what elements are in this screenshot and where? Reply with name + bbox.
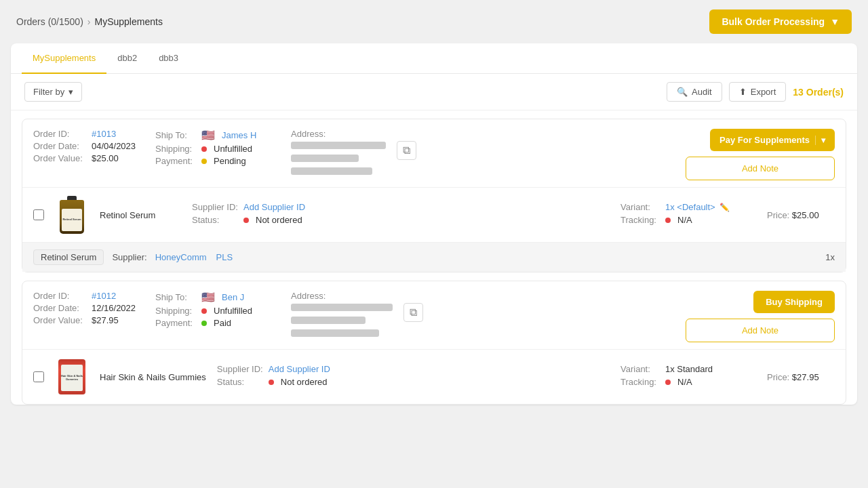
add-note-button-1013[interactable]: Add Note <box>686 157 835 180</box>
orders-link[interactable]: Orders (0/1500) <box>16 16 83 27</box>
tab-dbb2[interactable]: dbb2 <box>106 43 148 74</box>
toolbar-right: 🔍 Audit ⬆ Export 13 Order(s) <box>667 82 844 102</box>
export-button[interactable]: ⬆ Export <box>729 82 787 102</box>
edit-variant-icon[interactable]: ✏️ <box>719 203 730 212</box>
payment-status-2: Paid <box>214 318 231 328</box>
order-card-1013: Order ID: #1013 Order Date: 04/04/2023 O… <box>22 119 846 272</box>
payment-status: Pending <box>214 156 246 166</box>
quantity-badge: 1x <box>825 252 835 262</box>
supplier-name[interactable]: HoneyComm <box>155 252 207 262</box>
customer-name-2[interactable]: Ben J <box>222 292 244 302</box>
supplier-info-retinol: Supplier ID: Add Supplier ID Status: Not… <box>192 202 610 228</box>
shipping-label: Shipping: <box>155 144 197 154</box>
price-label: Price: <box>767 210 792 220</box>
tab-mysupplements[interactable]: MySupplements <box>22 43 106 74</box>
order-value-label-2: Order Value: <box>33 315 87 325</box>
address-line-1-2 <box>291 304 393 311</box>
order-header-1013: Order ID: #1013 Order Date: 04/04/2023 O… <box>22 119 846 187</box>
variant-value: 1x <Default> <box>665 202 715 212</box>
audit-search-icon: 🔍 <box>677 87 688 97</box>
breadcrumb-current: MySupplements <box>95 16 163 27</box>
payment-status-dot-2 <box>201 321 207 326</box>
status-label-2: Status: <box>217 377 264 387</box>
buy-shipping-label: Buy Shipping <box>766 297 823 307</box>
ship-to-label: Ship To: <box>155 130 197 140</box>
tracking-value: N/A <box>677 215 692 225</box>
main-card: MySupplements dbb2 dbb3 Filter by ▾ 🔍 Au… <box>11 43 857 405</box>
shipping-status-2: Unfulfilled <box>214 306 252 316</box>
variant-label-2: Variant: <box>620 364 661 374</box>
pay-supplements-label: Pay For Supplements <box>719 135 810 145</box>
product-checkbox-hairskin[interactable] <box>33 371 44 382</box>
order-value-value: $25.00 <box>92 153 119 163</box>
order-date-label: Order Date: <box>33 141 87 151</box>
variant-section-hairskin: Variant: 1x Standard Tracking: N/A <box>620 364 756 390</box>
product-status-dot <box>243 218 249 223</box>
product-row-retinol: Retinol Serum Retinol Serum Supplier ID:… <box>22 187 846 242</box>
order-date-value: 04/04/2023 <box>92 141 136 151</box>
export-icon: ⬆ <box>739 87 747 97</box>
us-flag-icon: 🇺🇸 <box>201 129 215 142</box>
tracking-dot <box>665 218 671 223</box>
buy-shipping-button[interactable]: Buy Shipping <box>753 291 835 313</box>
breadcrumb-separator: › <box>87 16 91 27</box>
supplier-info-hairskin: Supplier ID: Add Supplier ID Status: Not… <box>217 364 610 390</box>
toolbar: Filter by ▾ 🔍 Audit ⬆ Export 13 Order(s) <box>11 74 857 110</box>
dropdown-arrow-icon: ▼ <box>830 16 840 27</box>
add-supplier-id-link-2[interactable]: Add Supplier ID <box>269 364 330 374</box>
product-status: Not ordered <box>256 215 302 225</box>
product-image-retinol: Retinol Serum <box>55 195 89 235</box>
ship-info-1013: Ship To: 🇺🇸 James H Shipping: Unfulfille… <box>155 129 277 168</box>
pay-for-supplements-button[interactable]: Pay For Supplements ▾ <box>710 129 835 151</box>
order-date-value-2: 12/16/2022 <box>92 303 136 313</box>
customer-name[interactable]: James H <box>222 130 256 140</box>
supplier-id-label-2: Supplier ID: <box>217 364 264 374</box>
shipping-status: Unfulfilled <box>214 144 252 154</box>
copy-address-button[interactable]: ⧉ <box>397 141 416 160</box>
order-id-value[interactable]: #1013 <box>92 129 116 139</box>
product-checkbox-retinol[interactable] <box>33 209 44 220</box>
order-id-value-2[interactable]: #1012 <box>92 291 116 301</box>
tracking-value-2: N/A <box>677 377 692 387</box>
product-image-hairskin: Hair Skin & Nails Gummies <box>55 357 89 397</box>
address-section-1012: Address: ⧉ <box>291 291 672 340</box>
add-supplier-id-link[interactable]: Add Supplier ID <box>243 202 305 212</box>
address-line-1 <box>291 142 386 149</box>
order-date-label-2: Order Date: <box>33 303 87 313</box>
price-section-hairskin: Price: $27.95 <box>767 372 835 382</box>
order-meta-1012: Order ID: #1012 Order Date: 12/16/2022 O… <box>33 291 142 327</box>
order-card-1012: Order ID: #1012 Order Date: 12/16/2022 O… <box>22 281 846 405</box>
order-value-value-2: $27.95 <box>92 315 119 325</box>
variant-label: Variant: <box>620 202 661 212</box>
price-label-2: Price: <box>767 372 792 382</box>
breadcrumb: Orders (0/1500) › MySupplements <box>16 16 163 27</box>
product-name-retinol: Retinol Serum <box>100 210 181 220</box>
tracking-label-2: Tracking: <box>620 377 661 387</box>
pay-supplements-dropdown-icon: ▾ <box>815 136 825 145</box>
pls-link[interactable]: PLS <box>216 252 233 262</box>
supplier-bar-product-name: Retinol Serum <box>33 249 104 265</box>
us-flag-icon-2: 🇺🇸 <box>201 291 215 304</box>
address-line-2-2 <box>291 317 366 324</box>
order-actions-1013: Pay For Supplements ▾ Add Note <box>686 129 835 180</box>
order-id-label-2: Order ID: <box>33 291 87 301</box>
address-label-2: Address: <box>291 291 326 301</box>
supplier-id-label: Supplier ID: <box>192 202 239 212</box>
payment-label-2: Payment: <box>155 318 197 328</box>
tracking-label: Tracking: <box>620 215 661 225</box>
bulk-order-button[interactable]: Bulk Order Processing ▼ <box>709 9 852 34</box>
variant-value-2: 1x Standard <box>665 364 713 374</box>
address-line-3 <box>291 167 372 175</box>
product-status-2: Not ordered <box>281 377 328 387</box>
payment-label: Payment: <box>155 156 197 166</box>
tracking-dot-2 <box>665 380 671 385</box>
add-note-button-1012[interactable]: Add Note <box>686 319 835 342</box>
audit-button[interactable]: 🔍 Audit <box>667 82 722 102</box>
address-line-2 <box>291 155 359 162</box>
tab-dbb3[interactable]: dbb3 <box>148 43 189 74</box>
address-line-3-2 <box>291 329 379 337</box>
copy-address-button-2[interactable]: ⧉ <box>403 303 423 322</box>
order-id-label: Order ID: <box>33 129 87 139</box>
filter-button[interactable]: Filter by ▾ <box>24 82 82 102</box>
order-value-label: Order Value: <box>33 153 87 163</box>
